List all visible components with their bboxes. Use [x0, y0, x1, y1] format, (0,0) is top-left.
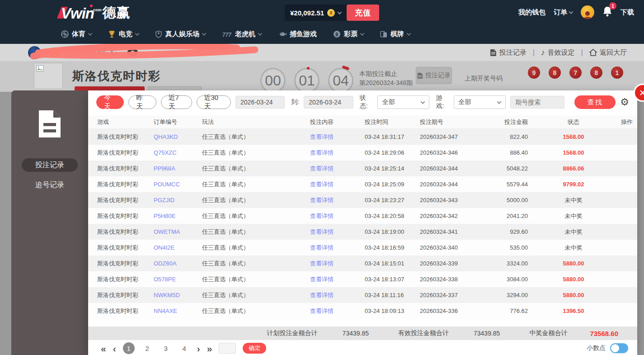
brand-logo[interactable]: Vwin com 德赢 — [61, 4, 131, 22]
gold-coin-icon: ¥ — [49, 47, 59, 58]
nav-slots[interactable]: 777 老虎机 — [222, 30, 262, 38]
cell-detail-link[interactable]: 查看详情 — [288, 180, 356, 189]
cell-detail-link[interactable]: 查看详情 — [288, 133, 356, 141]
date-from-input[interactable]: 2026-03-24 — [235, 96, 285, 109]
back-lobby-link[interactable]: 返回大厅 — [589, 48, 627, 57]
sound-settings-link[interactable]: ♪ 音效设定 — [541, 48, 575, 57]
quick-filter-7days[interactable]: 近7天 — [161, 95, 192, 109]
page-confirm-button[interactable]: 确定 — [243, 343, 266, 354]
status-select[interactable]: 全部 — [377, 95, 430, 109]
orders-link[interactable]: 订单 — [554, 8, 573, 17]
cell-time: 03-24 18:20:58 — [356, 213, 411, 219]
nav-esports[interactable]: 电竞 — [108, 30, 139, 38]
table-row: 斯洛伐克时时彩 ON4I2E 任三直选（单式） 查看详情 03-24 18:16… — [88, 240, 637, 256]
sidebar-item-bet-record[interactable]: 投注记录 — [22, 158, 78, 172]
cell-detail-link[interactable]: 查看详情 — [288, 212, 356, 220]
cell-order-link[interactable]: OWETMA — [154, 228, 202, 235]
game-bet-record-label: 投注记录 — [425, 71, 451, 80]
cell-time: 03-24 18:13:07 — [356, 276, 411, 283]
page-1-button[interactable]: 1 — [123, 342, 135, 354]
prev-page-button[interactable]: ‹ — [113, 344, 116, 353]
draw-ball: 8 — [590, 66, 602, 79]
user-avatar[interactable] — [581, 5, 594, 19]
bet-record-link[interactable]: 投注记录 — [490, 48, 526, 57]
cell-play: 任三直选（单式） — [202, 291, 288, 299]
cell-time: 03-24 18:11:16 — [356, 292, 411, 298]
cell-order-link[interactable]: P5H80E — [154, 213, 202, 219]
cell-order-link[interactable]: O578PE — [154, 276, 202, 283]
cell-detail-link[interactable]: 查看详情 — [288, 275, 356, 284]
separator: | — [581, 48, 583, 57]
cell-time: 03-24 18:09:13 — [356, 308, 411, 314]
sidebar-item-chase-record[interactable]: 追号记录 — [22, 178, 78, 192]
search-button[interactable]: 查找 — [574, 95, 616, 109]
cell-order-link[interactable]: POUMCC — [154, 181, 202, 188]
cell-order-link[interactable]: QHA3KD — [154, 133, 202, 140]
gear-icon[interactable]: ⚙ — [620, 97, 629, 107]
cell-amount: 2041.20 — [483, 213, 531, 219]
cell-detail-link[interactable]: 查看详情 — [288, 260, 356, 268]
page-3-button[interactable]: 3 — [160, 342, 172, 354]
cell-order-link[interactable]: Q75XZC — [154, 149, 202, 156]
nav-live-casino[interactable]: 真人娱乐场 — [155, 30, 206, 38]
my-wallet-link[interactable]: 我的钱包 — [518, 8, 545, 17]
date-to-input[interactable]: 2026-03-24 — [304, 96, 353, 109]
first-page-button[interactable]: « — [101, 344, 106, 353]
next-page-button[interactable]: › — [197, 344, 200, 353]
page-2-button[interactable]: 2 — [141, 342, 153, 354]
recharge-button[interactable]: 充值 — [347, 5, 379, 21]
cell-play: 任三直选（单式） — [202, 196, 288, 204]
separator: | — [533, 48, 535, 57]
user-avatar-small[interactable] — [28, 46, 41, 59]
refresh-icon — [110, 48, 119, 57]
col-header-order: 订单编号 — [154, 118, 202, 126]
cell-order-link[interactable]: NN4AXE — [154, 308, 202, 314]
game-select[interactable]: 全部 — [454, 95, 506, 109]
quick-filter-30days[interactable]: 近30天 — [197, 95, 231, 109]
cell-amount: 5048.22 — [483, 165, 531, 172]
table-header-row: 游戏 订单编号 玩法 投注内容 投注时间 投注期号 投注金额 状态 操作 — [88, 115, 637, 129]
refresh-button[interactable] — [110, 48, 119, 57]
col-header-content: 投注内容 — [288, 118, 356, 126]
quick-filter-yesterday[interactable]: 昨天 — [128, 95, 156, 109]
table-row: 斯洛伐克时时彩 OWETMA 任三直选（单式） 查看详情 03-24 18:19… — [88, 224, 637, 240]
game-thumbnail — [34, 63, 63, 89]
quick-filter-today[interactable]: 今天 — [96, 95, 124, 109]
cell-detail-link[interactable]: 查看详情 — [288, 149, 356, 157]
cell-order-link[interactable]: NWKM5D — [154, 292, 202, 298]
cell-detail-link[interactable]: 查看详情 — [288, 165, 356, 173]
cell-detail-link[interactable]: 查看详情 — [288, 196, 356, 204]
page-4-button[interactable]: 4 — [179, 342, 190, 354]
shield-icon — [155, 30, 162, 38]
cell-play: 任三直选（单式） — [202, 212, 288, 220]
game-header: 斯洛伐克时时彩 00 01 04 本期投注截止 第20260324-348期 投… — [0, 61, 644, 92]
balance-dropdown[interactable]: ¥20,092.51 ¥ — [285, 5, 347, 21]
cell-detail-link[interactable]: 查看详情 — [288, 291, 356, 299]
cell-detail-link[interactable]: 查看详情 — [288, 244, 356, 252]
col-header-status: 状态 — [531, 118, 616, 126]
nav-lottery[interactable]: 8 彩票 — [333, 30, 364, 38]
visibility-toggle[interactable] — [127, 48, 139, 57]
game-title: 斯洛伐克时时彩 — [72, 68, 161, 84]
document-icon — [417, 72, 423, 79]
col-header-play: 玩法 — [202, 118, 288, 126]
planned-total-value: 73439.85 — [343, 330, 369, 337]
notifications-button[interactable]: 1 — [602, 6, 612, 19]
cell-order-link[interactable]: PGZJID — [154, 197, 202, 204]
cell-order-link[interactable]: PP968A — [154, 165, 202, 172]
cell-detail-link[interactable]: 查看详情 — [288, 228, 356, 236]
valid-total-value: 73439.85 — [474, 330, 500, 337]
page-jump-input[interactable] — [219, 343, 236, 354]
cell-detail-link[interactable]: 查看详情 — [288, 307, 356, 315]
nav-fishing[interactable]: 捕鱼游戏 — [278, 30, 317, 38]
cell-order-link[interactable]: ODZ60A — [154, 260, 202, 267]
cell-order-link[interactable]: ON4I2E — [154, 244, 202, 251]
last-page-button[interactable]: » — [207, 344, 212, 353]
download-link[interactable]: 下载 — [620, 8, 634, 17]
game-bet-record-button[interactable]: 投注记录 — [416, 67, 452, 84]
nav-sports[interactable]: 体育 — [61, 30, 92, 38]
period-search-input[interactable] — [510, 96, 564, 109]
decimal-toggle[interactable] — [610, 343, 628, 353]
col-header-period: 投注期号 — [411, 118, 483, 126]
nav-board-games[interactable]: 棋牌 — [380, 30, 410, 38]
